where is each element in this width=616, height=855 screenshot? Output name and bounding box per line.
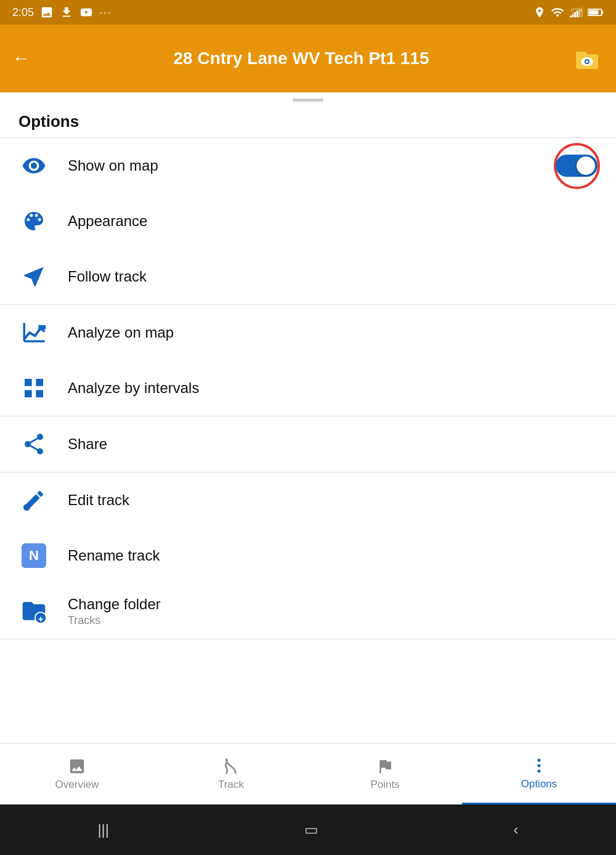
eye-folder-icon[interactable] xyxy=(573,46,604,71)
android-home-btn[interactable]: ▭ xyxy=(304,821,318,838)
change-folder-text: Change folder Tracks xyxy=(68,596,161,627)
svg-rect-8 xyxy=(589,10,599,15)
edit-icon xyxy=(18,485,49,516)
change-folder-label: Change folder xyxy=(68,596,161,613)
share-label: Share xyxy=(68,436,598,453)
nav-overview[interactable]: Overview xyxy=(0,744,154,804)
svg-point-22 xyxy=(538,764,541,767)
analyze-on-map-label: Analyze on map xyxy=(68,324,598,341)
show-on-map-item[interactable]: Show on map xyxy=(0,138,616,193)
svg-point-13 xyxy=(586,60,588,63)
svg-rect-4 xyxy=(579,9,581,18)
palette-icon xyxy=(18,206,49,237)
navigation-icon xyxy=(18,261,49,292)
android-nav: ||| ▭ ‹ xyxy=(0,804,616,855)
toggle-knob xyxy=(577,156,595,175)
svg-rect-2 xyxy=(574,12,576,17)
edit-track-label: Edit track xyxy=(68,492,598,509)
svg-rect-1 xyxy=(572,14,574,18)
track-nav-icon xyxy=(222,757,240,776)
svg-point-23 xyxy=(538,769,541,772)
status-time: 2:05 xyxy=(12,6,34,19)
appearance-item[interactable]: Appearance xyxy=(0,193,616,249)
youtube-icon xyxy=(79,6,93,19)
drag-handle xyxy=(0,92,616,105)
options-nav-icon xyxy=(530,756,548,775)
nav-options-label: Options xyxy=(521,778,557,790)
back-button[interactable]: ← xyxy=(12,49,30,68)
nav-track[interactable]: Track xyxy=(154,744,308,804)
photo-icon xyxy=(40,6,54,19)
share-icon xyxy=(18,429,49,460)
battery-icon xyxy=(588,7,604,18)
change-folder-sublabel: Tracks xyxy=(68,614,161,627)
more-icon: ··· xyxy=(99,6,112,19)
overview-nav-icon xyxy=(68,757,86,776)
nav-points-label: Points xyxy=(370,779,399,791)
show-on-map-toggle[interactable] xyxy=(556,155,598,177)
status-right xyxy=(533,6,604,19)
points-nav-icon xyxy=(376,757,394,776)
follow-track-label: Follow track xyxy=(68,268,598,285)
svg-rect-5 xyxy=(581,7,583,18)
follow-track-item[interactable]: Follow track xyxy=(0,249,616,304)
toggle-switch[interactable] xyxy=(556,155,598,177)
rename-track-item[interactable]: N Rename track xyxy=(0,528,616,583)
nav-options[interactable]: Options xyxy=(462,744,616,804)
rename-track-label: Rename track xyxy=(68,547,598,564)
svg-point-21 xyxy=(538,758,541,761)
appearance-label: Appearance xyxy=(68,213,598,230)
app-header: ← 28 Cntry Lane WV Tech Pt1 115 xyxy=(0,25,616,92)
android-menu-btn[interactable]: ||| xyxy=(97,821,109,838)
svg-rect-0 xyxy=(570,16,572,18)
change-folder-item[interactable]: + Change folder Tracks xyxy=(0,583,616,639)
analyze-by-intervals-item[interactable]: Analyze by intervals xyxy=(0,360,616,416)
chart-icon xyxy=(18,317,49,348)
svg-rect-16 xyxy=(39,325,46,330)
bottom-nav: Overview Track Points Options xyxy=(0,743,616,804)
eye-icon xyxy=(18,150,49,181)
analyze-on-map-item[interactable]: Analyze on map xyxy=(0,305,616,360)
svg-text:+: + xyxy=(38,614,44,624)
options-title: Options xyxy=(0,105,616,137)
status-bar: 2:05 ··· xyxy=(0,0,616,25)
svg-rect-3 xyxy=(577,10,578,17)
android-back-btn[interactable]: ‹ xyxy=(514,821,519,838)
svg-rect-10 xyxy=(576,52,587,57)
folder-icon: + xyxy=(18,596,49,626)
nav-points[interactable]: Points xyxy=(308,744,462,804)
signal-icon xyxy=(569,6,583,19)
rename-icon: N xyxy=(18,540,49,571)
svg-rect-7 xyxy=(602,10,604,14)
header-title: 28 Cntry Lane WV Tech Pt1 115 xyxy=(39,47,564,70)
show-on-map-label: Show on map xyxy=(68,157,556,174)
content-area: Options Show on map Appearance xyxy=(0,92,616,743)
nav-track-label: Track xyxy=(218,779,244,791)
wifi-icon xyxy=(551,6,564,19)
download-icon xyxy=(60,6,73,19)
location-icon xyxy=(533,6,546,18)
share-item[interactable]: Share xyxy=(0,416,616,472)
edit-track-item[interactable]: Edit track xyxy=(0,472,616,528)
status-left: 2:05 ··· xyxy=(12,6,112,19)
nav-overview-label: Overview xyxy=(55,779,99,791)
grid-icon xyxy=(18,373,49,403)
divider-bottom xyxy=(0,639,616,639)
analyze-by-intervals-label: Analyze by intervals xyxy=(68,379,598,397)
